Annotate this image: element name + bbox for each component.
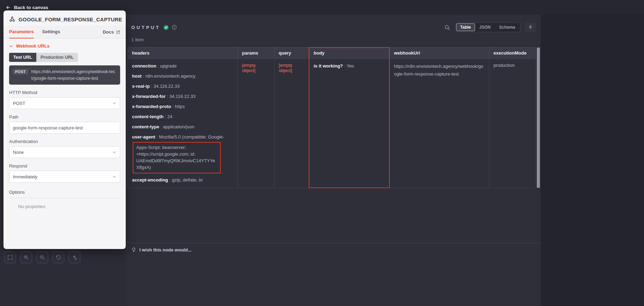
- cell-headers: connection : upgrade host : n8n.envision…: [128, 59, 238, 188]
- chevron-down-icon: [112, 101, 117, 106]
- header-entry: accept-encoding : gzip, deflate, br: [132, 177, 233, 184]
- pin-icon: [528, 25, 533, 30]
- node-feedback-link[interactable]: I wish this node would...: [126, 243, 541, 256]
- info-icon: [172, 25, 177, 30]
- column-header-headers: headers: [128, 48, 238, 59]
- cell-params: [empty object]: [238, 59, 275, 188]
- back-to-canvas-button[interactable]: Back to canvas: [6, 5, 48, 10]
- output-table: headers params query body webhookUrl exe…: [127, 47, 536, 188]
- search-icon: [444, 24, 450, 30]
- header-entry: x-forwarded-for : 34.116.22.33: [132, 93, 233, 100]
- empty-object-value: [empty object]: [279, 63, 292, 73]
- search-button[interactable]: [444, 24, 450, 30]
- canvas-controls: [4, 251, 80, 263]
- node-tabs: Parameters Settings Docs: [3, 26, 126, 38]
- node-feedback-label: I wish this node would...: [139, 247, 192, 252]
- view-json-button[interactable]: JSON: [475, 23, 495, 31]
- no-properties-text: No properties: [18, 204, 120, 209]
- chevron-down-icon: [112, 150, 117, 155]
- success-check-icon: [163, 25, 169, 30]
- options-label: Options: [9, 190, 120, 195]
- output-view-switcher: Table JSON Schema: [455, 22, 520, 32]
- lightbulb-icon: [131, 247, 136, 252]
- pin-data-button[interactable]: [525, 23, 536, 32]
- empty-object-value: [empty object]: [242, 63, 256, 73]
- webhook-urls-section-toggle[interactable]: Webhook URLs: [9, 43, 120, 49]
- header-entry: x-forwarded-proto : https: [132, 103, 233, 110]
- chevron-down-icon: [9, 44, 13, 48]
- back-to-canvas-label: Back to canvas: [14, 5, 48, 10]
- http-method-label: HTTP Method: [9, 90, 120, 95]
- output-table-wrap: headers params query body webhookUrl exe…: [127, 47, 540, 188]
- cell-body: is it working? : Yes: [309, 59, 390, 188]
- header-entry: content-type : application/json: [132, 123, 233, 130]
- external-link-icon: [116, 30, 120, 34]
- zoom-out-icon: [39, 255, 45, 260]
- column-header-executionMode: executionMode: [489, 48, 536, 59]
- http-method-select[interactable]: POST: [9, 97, 120, 109]
- webhook-url-display[interactable]: POST https://n8n.envisiontech.agency/web…: [9, 65, 120, 85]
- node-settings-panel: GOOGLE_FORM_RESPONSE_CAPTURE Parameters …: [3, 10, 126, 249]
- tab-parameters[interactable]: Parameters: [9, 26, 34, 38]
- output-header: OUTPUT Table JSON Schema: [126, 15, 541, 34]
- back-arrow-icon: [6, 5, 11, 10]
- webhook-node-icon: [9, 16, 15, 22]
- chevron-down-icon: [112, 175, 117, 179]
- reset-zoom-icon: [56, 255, 61, 260]
- webhook-urls-section-label: Webhook URLs: [16, 43, 50, 49]
- tidy-up-icon: [72, 255, 77, 260]
- authentication-label: Authentication: [9, 139, 120, 144]
- table-row: connection : upgrade host : n8n.envision…: [128, 59, 536, 188]
- items-count: 1 item: [126, 34, 541, 46]
- zoom-out-button[interactable]: [36, 251, 48, 263]
- path-label: Path: [9, 114, 120, 120]
- cell-webhookUrl: https://n8n.envisiontech.agency/webhook/…: [390, 59, 489, 188]
- options-divider: [9, 198, 120, 198]
- cell-executionMode: production: [489, 59, 536, 188]
- zoom-in-button[interactable]: [20, 251, 32, 263]
- zoom-to-fit-icon: [7, 255, 13, 260]
- zoom-in-icon: [23, 255, 29, 260]
- header-entry: x-real-ip : 34.116.22.33: [132, 83, 233, 90]
- column-header-query: query: [275, 48, 309, 59]
- url-type-switcher: Test URL Production URL: [9, 53, 120, 62]
- docs-link[interactable]: Docs: [103, 29, 120, 35]
- cell-query: [empty object]: [275, 59, 309, 188]
- reset-zoom-button[interactable]: [52, 251, 64, 263]
- header-entry: connection : upgrade: [132, 63, 233, 70]
- docs-label: Docs: [103, 29, 114, 35]
- column-header-params: params: [238, 48, 275, 59]
- path-input[interactable]: [9, 122, 120, 134]
- table-header-row: headers params query body webhookUrl exe…: [128, 48, 536, 59]
- header-entry-user-agent: user-agent : Mozilla/5.0 (compatible; Go…: [132, 134, 233, 173]
- header-entry: host : n8n.envisiontech.agency: [132, 73, 233, 80]
- user-agent-highlight-box: Apps-Script; beanserver; +https://script…: [133, 142, 221, 173]
- test-url-button[interactable]: Test URL: [9, 53, 36, 62]
- header-entry: content-length : 24: [132, 113, 233, 120]
- tidy-up-button[interactable]: [68, 251, 80, 263]
- zoom-to-fit-button[interactable]: [4, 251, 16, 263]
- view-schema-button[interactable]: Schema: [495, 23, 519, 31]
- respond-label: Respond: [9, 163, 120, 169]
- column-header-body: body: [309, 48, 390, 59]
- output-panel: OUTPUT Table JSON Schema 1: [126, 15, 541, 306]
- table-scrollbar[interactable]: [537, 48, 540, 188]
- respond-select[interactable]: Immediately: [9, 171, 120, 183]
- output-title: OUTPUT: [131, 25, 160, 30]
- view-table-button[interactable]: Table: [456, 23, 475, 31]
- node-title: GOOGLE_FORM_RESPONSE_CAPTURE: [19, 16, 122, 22]
- webhook-test-url: https://n8n.envisiontech.agency/webhook-…: [31, 69, 117, 81]
- column-header-webhookUrl: webhookUrl: [390, 48, 489, 59]
- production-url-button[interactable]: Production URL: [36, 53, 78, 62]
- authentication-select[interactable]: None: [9, 146, 120, 158]
- http-method-badge: POST: [13, 69, 28, 74]
- modal-backdrop: [541, 15, 644, 306]
- tab-settings[interactable]: Settings: [42, 26, 60, 38]
